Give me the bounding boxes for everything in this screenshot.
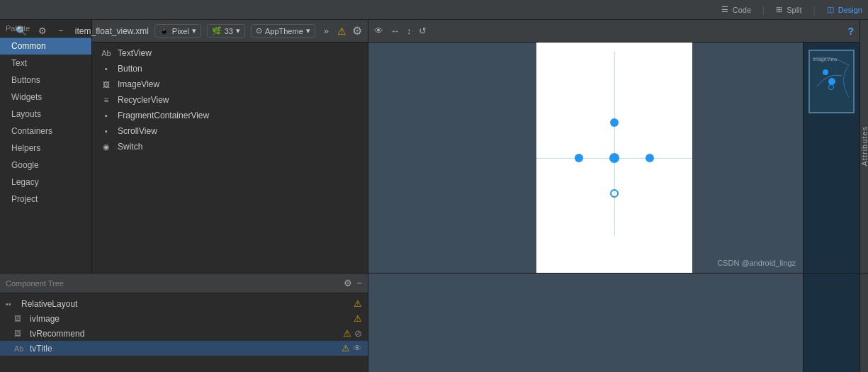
component-label-imageview: ImageView [118, 79, 159, 89]
component-item-textview[interactable]: Ab TextView [92, 45, 368, 61]
component-tree-panel: Component Tree ⚙ − ▪▪ RelativeLayout ⚠ 🖼… [0, 274, 368, 372]
constraint-widget [593, 137, 636, 179]
warn-icon-2: ⚠ [343, 328, 351, 339]
scrollview-icon: ▪ [101, 127, 112, 135]
editor-mode-design[interactable]: ◫ Design [827, 5, 862, 14]
palette-item-label-widgets: Widgets [11, 92, 42, 102]
attributes-panel[interactable]: Attributes [859, 20, 868, 273]
palette-item-label-legacy: Legacy [11, 177, 39, 187]
help-icon[interactable]: ? [847, 26, 854, 37]
tree-item-name-tvrecommend: tvRecommend [30, 329, 339, 339]
theme-selector[interactable]: ⊙ AppTheme ▾ [251, 24, 315, 38]
phone-mockup [536, 38, 692, 274]
tree-item-badges-3: ⚠ 👁 [342, 343, 362, 354]
main-layout: Palette Common Text Buttons Widgets Layo… [0, 20, 868, 273]
bottom-canvas [368, 274, 803, 372]
tree-item-tvrecommend[interactable]: 🖼 tvRecommend ⚠ ⊘ [0, 326, 368, 341]
settings-icon-btn[interactable]: ⚙ [35, 24, 50, 38]
canvas-right-icons: ? [847, 26, 854, 37]
tree-item-tvtitle[interactable]: Ab tvTitle ⚠ 👁 [0, 341, 368, 356]
no-icon-2: ⊘ [354, 328, 362, 339]
component-label-recyclerview: RecyclerView [118, 95, 169, 105]
component-item-imageview[interactable]: 🖼 ImageView [92, 77, 368, 92]
palette-item-label-common: Common [11, 41, 46, 51]
api-selector[interactable]: 🌿 33 ▾ [207, 24, 245, 38]
divider2: | [813, 5, 816, 15]
palette-item-label-google: Google [11, 160, 39, 170]
fragmentcontainerview-icon: ▪ [101, 111, 112, 120]
device-dropdown-icon: ▾ [192, 26, 196, 35]
palette-item-label-buttons: Buttons [11, 75, 40, 85]
palette-item-layouts[interactable]: Layouts [0, 106, 91, 123]
palette-item-label-containers: Containers [11, 126, 52, 136]
component-item-switch[interactable]: ◉ Switch [92, 139, 368, 154]
divider1: | [762, 5, 765, 15]
bottom-section: Component Tree ⚙ − ▪▪ RelativeLayout ⚠ 🖼… [0, 273, 868, 372]
tree-item-badges-2: ⚠ ⊘ [343, 328, 362, 339]
rotate-icon[interactable]: ↺ [419, 26, 427, 36]
width-icon[interactable]: ↔ [390, 26, 400, 36]
api-icon: 🌿 [212, 26, 222, 35]
component-label-button: Button [118, 64, 142, 74]
palette-items: Common Text Buttons Widgets Layouts Cont… [0, 38, 91, 208]
v-constraint-line [614, 52, 615, 236]
editor-mode-code[interactable]: ☰ Code [721, 5, 751, 14]
palette-panel: Palette Common Text Buttons Widgets Layo… [0, 20, 92, 273]
tree-settings-btn[interactable]: ⚙ [344, 278, 352, 288]
palette-item-containers[interactable]: Containers [0, 123, 91, 140]
theme-dropdown-icon: ▾ [306, 26, 310, 35]
editor-mode-split[interactable]: ⊞ Split [776, 5, 801, 14]
attributes-label: Attributes [860, 126, 869, 166]
component-item-recyclerview[interactable]: ≡ RecyclerView [92, 92, 368, 108]
theme-label: AppTheme [265, 27, 303, 35]
tree-item-badges-0: ⚠ [354, 298, 362, 309]
palette-item-widgets[interactable]: Widgets [0, 89, 91, 106]
palette-item-text[interactable]: Text [0, 55, 91, 72]
mini-preview-svg [810, 51, 853, 112]
tree-item-relativelayout[interactable]: ▪▪ RelativeLayout ⚠ [0, 296, 368, 311]
more-icon-btn[interactable]: » [321, 24, 332, 38]
palette-item-project[interactable]: Project [0, 191, 91, 208]
palette-item-buttons[interactable]: Buttons [0, 72, 91, 89]
palette-item-label-layouts: Layouts [11, 109, 41, 119]
search-icon-btn[interactable]: 🔍 [13, 24, 30, 38]
component-panel: 🔍 ⚙ − item_float_view.xml 📱 Pixel ▾ 🌿 33… [92, 20, 368, 273]
minus-icon-btn[interactable]: − [55, 24, 67, 38]
tree-item-name-ivimage: ivImage [30, 314, 349, 324]
palette-item-label-helpers: Helpers [11, 143, 40, 153]
canvas-toolbar: 👁 ↔ ↕ ↺ ? [368, 20, 859, 43]
bottom-handle [610, 189, 619, 198]
api-label: 33 [225, 27, 233, 35]
height-icon[interactable]: ↕ [407, 26, 412, 36]
canvas-tools: 👁 ↔ ↕ ↺ [374, 26, 427, 36]
tree-header: Component Tree ⚙ − [0, 274, 368, 293]
mini-phone: ImageView [808, 50, 855, 113]
tree-item-ivimage[interactable]: 🖼 ivImage ⚠ [0, 311, 368, 326]
palette-item-helpers[interactable]: Helpers [0, 140, 91, 157]
design-label: Design [838, 6, 862, 14]
tree-minus-btn[interactable]: − [356, 278, 362, 288]
device-selector[interactable]: 📱 Pixel ▾ [154, 24, 201, 38]
theme-icon: ⊙ [256, 26, 262, 35]
phone-icon: 📱 [159, 26, 169, 35]
palette-item-common[interactable]: Common [0, 38, 91, 55]
component-item-scrollview[interactable]: ▪ ScrollView [92, 123, 368, 139]
pan-icon[interactable]: 👁 [374, 26, 383, 36]
recyclerview-icon: ≡ [101, 96, 112, 104]
file-name-label: item_float_view.xml [75, 26, 149, 36]
warn-icon-0: ⚠ [354, 298, 362, 309]
warn-icon-1: ⚠ [354, 313, 362, 324]
component-label-fragmentcontainerview: FragmentContainerView [118, 111, 209, 120]
watermark: CSDN @android_lingz [717, 259, 796, 267]
top-bar: ☰ Code | ⊞ Split | ◫ Design [0, 0, 868, 20]
component-label-scrollview: ScrollView [118, 126, 157, 136]
tvrecommend-icon: 🖼 [14, 329, 26, 337]
component-item-button[interactable]: ▪ Button [92, 61, 368, 77]
palette-item-google[interactable]: Google [0, 157, 91, 174]
component-item-fragmentcontainerview[interactable]: ▪ FragmentContainerView [92, 108, 368, 123]
palette-item-legacy[interactable]: Legacy [0, 174, 91, 191]
tvtitle-icon: Ab [14, 344, 26, 353]
tree-items: ▪▪ RelativeLayout ⚠ 🖼 ivImage ⚠ 🖼 tvReco… [0, 293, 368, 359]
split-label: Split [787, 6, 801, 14]
settings2-icon-btn[interactable]: ⚙ [352, 24, 362, 38]
